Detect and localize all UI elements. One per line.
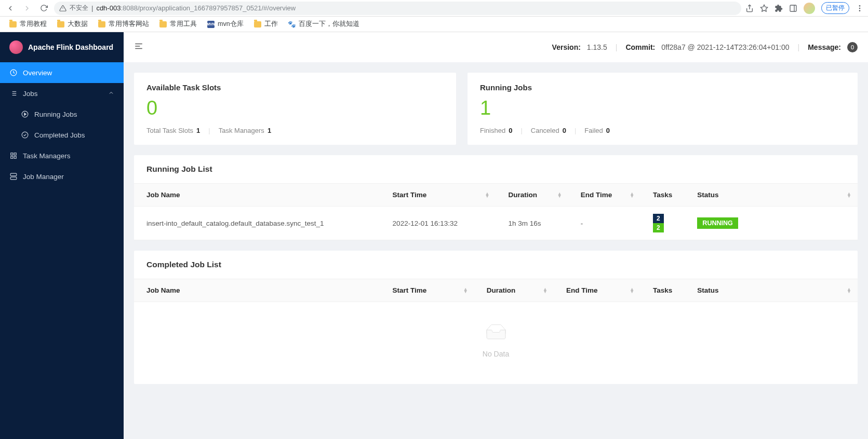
sort-icon: ▲▼ bbox=[543, 288, 547, 293]
table-row[interactable]: insert-into_default_catalog.default_data… bbox=[134, 207, 858, 240]
failed-label: Failed bbox=[584, 127, 603, 134]
canceled-value: 0 bbox=[563, 127, 566, 134]
flink-logo-icon bbox=[9, 40, 23, 54]
sidebar-item-jobs[interactable]: Jobs bbox=[0, 83, 124, 104]
running-job-list-section: Running Job List Job Name Start Time▲▼ D… bbox=[134, 155, 858, 240]
col-end-time[interactable]: End Time▲▼ bbox=[554, 279, 640, 302]
svg-rect-22 bbox=[14, 156, 16, 158]
folder-icon bbox=[9, 21, 17, 28]
col-tasks[interactable]: Tasks bbox=[640, 184, 685, 207]
canceled-label: Canceled bbox=[531, 127, 559, 134]
bookmark-item[interactable]: 大数据 bbox=[57, 20, 88, 29]
running-jobs-table: Job Name Start Time▲▼ Duration▲▼ End Tim… bbox=[134, 184, 858, 240]
version-label: Version: bbox=[552, 43, 581, 51]
col-status[interactable]: Status▲▼ bbox=[685, 184, 858, 207]
logo-row[interactable]: Apache Flink Dashboard bbox=[0, 32, 124, 62]
bookmarks-bar: 常用教程 大数据 常用博客网站 常用工具 MVNmvn仓库 工作 🐾百度一下，你… bbox=[0, 17, 868, 32]
bookmark-item[interactable]: MVNmvn仓库 bbox=[207, 20, 244, 29]
sidebar-item-task-managers[interactable]: Task Managers bbox=[0, 145, 124, 166]
extensions-icon[interactable] bbox=[774, 4, 783, 12]
bookmark-item[interactable]: 常用工具 bbox=[159, 20, 197, 29]
star-icon[interactable] bbox=[760, 4, 768, 12]
baidu-icon: 🐾 bbox=[288, 21, 296, 28]
sidebar-item-label: Task Managers bbox=[23, 152, 71, 160]
forward-button[interactable] bbox=[21, 2, 33, 15]
sidebar-item-completed-jobs[interactable]: Completed Jobs bbox=[0, 125, 124, 145]
check-icon bbox=[21, 131, 29, 139]
svg-rect-20 bbox=[14, 153, 16, 155]
sort-icon: ▲▼ bbox=[557, 193, 562, 198]
message-badge[interactable]: 0 bbox=[847, 42, 858, 52]
cell-duration: 1h 3m 16s bbox=[496, 207, 568, 240]
sidebar-item-label: Jobs bbox=[23, 90, 38, 98]
grid-icon bbox=[9, 152, 18, 159]
total-slots-value: 1 bbox=[196, 127, 200, 134]
svg-marker-3 bbox=[760, 5, 767, 11]
top-header: Version: 1.13.5 | Commit: 0ff28a7 @ 2021… bbox=[124, 32, 868, 62]
col-end-time[interactable]: End Time▲▼ bbox=[568, 184, 640, 207]
bookmark-item[interactable]: 🐾百度一下，你就知道 bbox=[288, 20, 359, 29]
menu-icon[interactable] bbox=[856, 4, 864, 12]
share-icon[interactable] bbox=[745, 4, 754, 12]
sort-icon: ▲▼ bbox=[847, 288, 851, 293]
completed-job-list-section: Completed Job List Job Name Start Time▲▼… bbox=[134, 251, 858, 384]
profile-avatar[interactable] bbox=[804, 3, 815, 14]
task-managers-label: Task Managers bbox=[219, 127, 264, 134]
insecure-icon bbox=[59, 5, 66, 12]
available-slots-card: Available Task Slots 0 Total Task Slots1… bbox=[134, 73, 456, 145]
svg-marker-17 bbox=[24, 113, 26, 116]
back-button[interactable] bbox=[4, 2, 17, 15]
version-value: 1.13.5 bbox=[587, 43, 607, 51]
col-job-name[interactable]: Job Name bbox=[134, 184, 380, 207]
sidebar-item-label: Completed Jobs bbox=[34, 131, 85, 139]
col-duration[interactable]: Duration▲▼ bbox=[474, 279, 554, 302]
sort-icon: ▲▼ bbox=[463, 288, 468, 293]
svg-rect-21 bbox=[11, 156, 13, 158]
status-badge: RUNNING bbox=[697, 217, 738, 229]
bookmark-item[interactable]: 工作 bbox=[254, 20, 278, 29]
cell-status: RUNNING bbox=[685, 207, 858, 240]
col-duration[interactable]: Duration▲▼ bbox=[496, 184, 568, 207]
sidebar-item-label: Running Jobs bbox=[34, 111, 77, 118]
paused-button[interactable]: 已暂停 bbox=[821, 2, 849, 14]
col-tasks[interactable]: Tasks bbox=[640, 279, 685, 302]
card-title: Running Jobs bbox=[480, 83, 845, 92]
sidebar-item-overview[interactable]: Overview bbox=[0, 62, 124, 83]
svg-rect-4 bbox=[790, 5, 796, 11]
panel-icon[interactable] bbox=[789, 4, 797, 12]
col-status[interactable]: Status▲▼ bbox=[685, 279, 858, 302]
insecure-label: 不安全 bbox=[70, 4, 88, 12]
col-job-name[interactable]: Job Name bbox=[134, 279, 380, 302]
bookmark-item[interactable]: 常用博客网站 bbox=[98, 20, 149, 29]
col-start-time[interactable]: Start Time▲▼ bbox=[380, 279, 474, 302]
sort-icon: ▲▼ bbox=[847, 193, 851, 198]
completed-jobs-table: Job Name Start Time▲▼ Duration▲▼ End Tim… bbox=[134, 279, 858, 302]
card-title: Available Task Slots bbox=[146, 83, 444, 92]
message-label: Message: bbox=[808, 43, 841, 51]
collapse-icon[interactable] bbox=[134, 42, 143, 53]
sidebar-item-running-jobs[interactable]: Running Jobs bbox=[0, 104, 124, 125]
inbox-icon bbox=[483, 323, 509, 342]
address-bar[interactable]: 不安全 | cdh-003:8088/proxy/application_166… bbox=[54, 2, 741, 15]
cell-job-name: insert-into_default_catalog.default_data… bbox=[134, 207, 380, 240]
play-icon bbox=[21, 111, 29, 118]
col-start-time[interactable]: Start Time▲▼ bbox=[380, 184, 496, 207]
folder-icon bbox=[57, 21, 64, 28]
svg-rect-24 bbox=[10, 177, 17, 180]
sort-icon: ▲▼ bbox=[630, 288, 634, 293]
bookmark-item[interactable]: 常用教程 bbox=[9, 20, 47, 29]
failed-value: 0 bbox=[606, 127, 610, 134]
svg-point-6 bbox=[859, 5, 861, 7]
sidebar-item-job-manager[interactable]: Job Manager bbox=[0, 166, 124, 187]
sidebar-item-label: Job Manager bbox=[23, 173, 64, 181]
server-icon bbox=[9, 173, 18, 180]
mvn-icon: MVN bbox=[207, 21, 215, 28]
list-icon bbox=[9, 90, 18, 97]
sidebar-item-label: Overview bbox=[23, 69, 52, 77]
folder-icon bbox=[254, 21, 261, 28]
finished-value: 0 bbox=[509, 127, 512, 134]
task-managers-value: 1 bbox=[268, 127, 271, 134]
cell-end-time: - bbox=[568, 207, 640, 240]
reload-button[interactable] bbox=[37, 2, 50, 15]
svg-point-7 bbox=[859, 7, 861, 9]
